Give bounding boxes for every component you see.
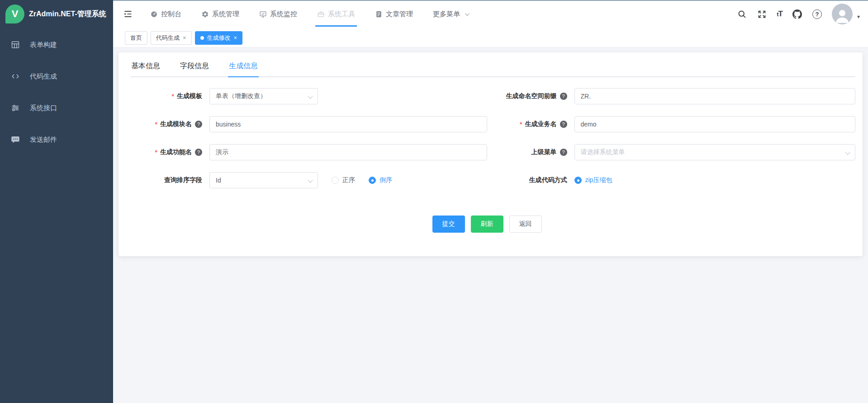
form-item-sort-field: 查询排序字段 Id 正序 倒序 bbox=[119, 172, 487, 188]
field-label: 生成命名空间前缀 ? bbox=[487, 92, 574, 100]
nav-item-label: 系统工具 bbox=[328, 10, 355, 19]
app-logo-row[interactable]: V ZrAdmin.NET-管理系统 bbox=[0, 0, 113, 28]
font-size-icon[interactable]: tT bbox=[777, 9, 783, 19]
help-circle-icon[interactable]: ? bbox=[560, 149, 567, 156]
business-name-input[interactable] bbox=[574, 116, 856, 132]
page-content: 基本信息 字段信息 生成信息 * 生成模板 单表（增删改查） bbox=[113, 48, 868, 403]
tag-code-generation[interactable]: 代码生成 × bbox=[151, 31, 192, 45]
app-root: V ZrAdmin.NET-管理系统 表单构建 代码生成 系统接口 bbox=[0, 0, 868, 403]
parent-menu-select[interactable]: 请选择系统菜单 bbox=[574, 144, 856, 160]
help-circle-icon[interactable]: ? bbox=[560, 93, 567, 100]
sidebar-item-label: 表单构建 bbox=[30, 41, 57, 49]
tags-view-bar: 首页 代码生成 × 生成修改 × bbox=[113, 28, 868, 48]
tag-label: 代码生成 bbox=[156, 34, 180, 42]
help-circle-icon[interactable]: ? bbox=[195, 121, 202, 128]
document-icon bbox=[375, 10, 383, 18]
back-button[interactable]: 返回 bbox=[509, 216, 542, 233]
sidebar-menu: 表单构建 代码生成 系统接口 发送邮件 bbox=[0, 28, 113, 155]
tag-label: 生成修改 bbox=[207, 34, 231, 42]
top-progress-line bbox=[113, 0, 868, 1]
sliders-icon bbox=[11, 103, 20, 112]
submit-button[interactable]: 提交 bbox=[432, 216, 465, 233]
form-actions: 提交 刷新 返回 bbox=[119, 216, 855, 233]
briefcase-icon bbox=[317, 10, 325, 18]
generate-info-form: * 生成模板 单表（增删改查） 生成命名空间前缀 ? bbox=[119, 77, 855, 188]
radio-zip-package[interactable]: zip压缩包 bbox=[574, 176, 612, 184]
sidebar-item-system-api[interactable]: 系统接口 bbox=[0, 92, 113, 124]
tab-field-info[interactable]: 字段信息 bbox=[179, 59, 210, 76]
function-name-input[interactable] bbox=[209, 144, 487, 160]
tag-generate-edit[interactable]: 生成修改 × bbox=[195, 31, 243, 45]
form-item-business: * 生成业务名 ? bbox=[487, 116, 856, 132]
required-asterisk: * bbox=[155, 149, 157, 156]
generate-edit-card: 基本信息 字段信息 生成信息 * 生成模板 单表（增删改查） bbox=[119, 52, 863, 256]
chevron-down-icon bbox=[845, 150, 850, 155]
sort-field-select[interactable]: Id bbox=[209, 172, 318, 188]
tab-generate-info[interactable]: 生成信息 bbox=[228, 59, 259, 76]
nav-item-system-monitor[interactable]: 系统监控 bbox=[259, 0, 297, 28]
required-asterisk: * bbox=[520, 121, 522, 128]
github-icon[interactable] bbox=[792, 9, 802, 19]
message-icon bbox=[11, 135, 20, 144]
tag-home[interactable]: 首页 bbox=[125, 31, 147, 45]
nav-item-label: 系统管理 bbox=[212, 10, 239, 19]
top-navigation: 控制台 系统管理 系统监控 bbox=[150, 0, 737, 28]
tag-label: 首页 bbox=[130, 34, 142, 42]
field-label: * 生成模板 bbox=[119, 92, 209, 100]
nav-item-system-tools[interactable]: 系统工具 bbox=[317, 0, 355, 28]
app-logo-icon: V bbox=[5, 5, 24, 23]
sidebar: V ZrAdmin.NET-管理系统 表单构建 代码生成 系统接口 bbox=[0, 0, 113, 403]
sidebar-item-form-build[interactable]: 表单构建 bbox=[0, 29, 113, 61]
help-circle-icon[interactable]: ? bbox=[195, 149, 202, 156]
chevron-down-icon bbox=[308, 94, 313, 98]
fullscreen-icon[interactable] bbox=[757, 9, 767, 19]
active-dot bbox=[200, 36, 204, 40]
help-icon[interactable]: ? bbox=[812, 9, 822, 19]
close-icon[interactable]: × bbox=[183, 34, 186, 41]
form-item-code-method: 生成代码方式 zip压缩包 bbox=[487, 172, 856, 188]
collapse-sidebar-button[interactable] bbox=[123, 9, 133, 19]
field-label: * 生成业务名 ? bbox=[487, 120, 574, 128]
form-item-namespace: 生成命名空间前缀 ? bbox=[487, 88, 856, 104]
nav-item-article-manage[interactable]: 文章管理 bbox=[375, 0, 413, 28]
refresh-button[interactable]: 刷新 bbox=[471, 216, 503, 233]
app-title: ZrAdmin.NET-管理系统 bbox=[29, 9, 106, 19]
template-select[interactable]: 单表（增删改查） bbox=[209, 88, 318, 104]
nav-item-system-manage[interactable]: 系统管理 bbox=[201, 0, 239, 28]
close-icon[interactable]: × bbox=[234, 34, 237, 41]
module-name-input[interactable] bbox=[209, 116, 487, 132]
gear-icon bbox=[201, 10, 209, 18]
field-label: 上级菜单 ? bbox=[487, 148, 574, 156]
logo-letter: V bbox=[12, 8, 19, 20]
select-value: Id bbox=[216, 177, 221, 184]
nav-item-label: 控制台 bbox=[161, 10, 181, 19]
nav-item-label: 更多菜单 bbox=[433, 10, 460, 19]
field-label: * 生成功能名 ? bbox=[119, 148, 209, 156]
main-area: 控制台 系统管理 系统监控 bbox=[113, 0, 868, 403]
nav-item-console[interactable]: 控制台 bbox=[150, 0, 181, 28]
dashboard-icon bbox=[150, 10, 158, 18]
namespace-input[interactable] bbox=[574, 88, 856, 104]
radio-circle-icon bbox=[332, 177, 339, 184]
chevron-down-icon[interactable]: ▾ bbox=[857, 14, 860, 20]
radio-sort-desc[interactable]: 倒序 bbox=[369, 176, 392, 184]
help-circle-icon[interactable]: ? bbox=[560, 121, 567, 128]
search-icon[interactable] bbox=[737, 9, 747, 19]
form-item-parent-menu: 上级菜单 ? 请选择系统菜单 bbox=[487, 144, 856, 160]
monitor-icon bbox=[259, 10, 267, 18]
field-label: * 生成模块名 ? bbox=[119, 120, 209, 128]
required-asterisk: * bbox=[155, 121, 157, 128]
nav-item-more-menu[interactable]: 更多菜单 bbox=[433, 0, 468, 28]
chevron-down-icon bbox=[308, 178, 313, 183]
table-icon bbox=[11, 40, 20, 49]
form-tabs: 基本信息 字段信息 生成信息 bbox=[130, 59, 855, 77]
sidebar-item-code-gen[interactable]: 代码生成 bbox=[0, 61, 113, 92]
field-label: 查询排序字段 bbox=[119, 176, 209, 184]
tab-basic-info[interactable]: 基本信息 bbox=[130, 59, 161, 76]
radio-sort-asc[interactable]: 正序 bbox=[332, 176, 355, 184]
nav-item-label: 文章管理 bbox=[386, 10, 413, 19]
avatar[interactable] bbox=[832, 4, 853, 24]
form-item-module: * 生成模块名 ? bbox=[119, 116, 487, 132]
select-value: 单表（增删改查） bbox=[216, 92, 266, 100]
sidebar-item-send-mail[interactable]: 发送邮件 bbox=[0, 124, 113, 155]
